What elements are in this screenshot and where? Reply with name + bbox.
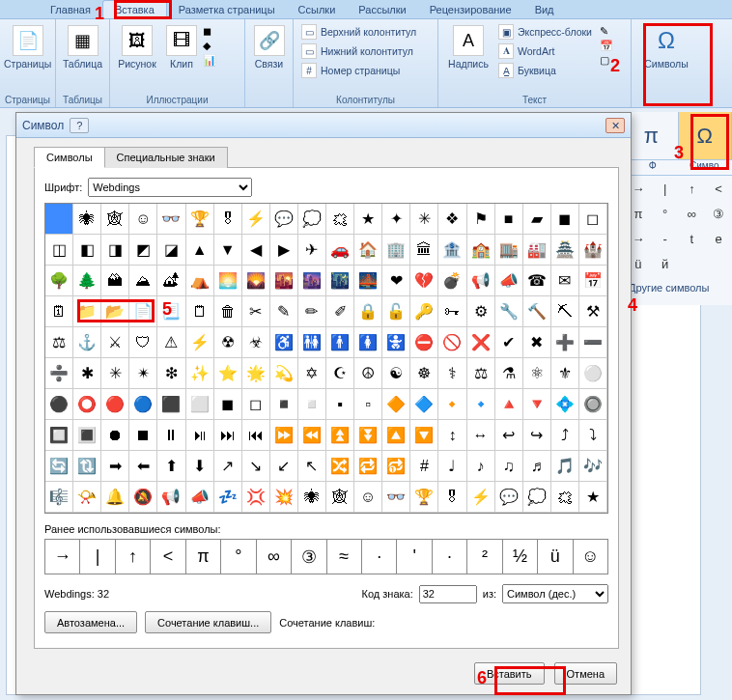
mini-sym[interactable]: е bbox=[705, 226, 732, 251]
symbol-cell[interactable]: ⏭ bbox=[214, 420, 242, 451]
symbol-cell[interactable]: ⚗ bbox=[495, 358, 523, 389]
symbol-cell[interactable]: 🎖 bbox=[438, 482, 466, 513]
symbol-cell[interactable]: 🔁 bbox=[354, 451, 382, 482]
symbol-cell[interactable]: ✎ bbox=[270, 296, 298, 327]
tab-mailings[interactable]: Рассылки bbox=[347, 1, 417, 18]
recent-symbol[interactable]: ° bbox=[221, 540, 256, 574]
symbol-cell[interactable]: ⏹ bbox=[129, 420, 157, 451]
symbol-cell[interactable]: ❌ bbox=[467, 327, 495, 358]
symbol-cell[interactable]: ➗ bbox=[45, 358, 73, 389]
symbol-cell[interactable]: ⏮ bbox=[242, 420, 270, 451]
symbol-cell[interactable]: ◻ bbox=[579, 204, 607, 235]
more-symbols-link[interactable]: Другие символы bbox=[625, 276, 732, 299]
clip-button[interactable]: 🎞 Клип bbox=[160, 21, 203, 70]
symbol-cell[interactable]: ✨ bbox=[186, 358, 214, 389]
symbol-cell[interactable]: ■ bbox=[495, 204, 523, 235]
recent-symbol[interactable]: · bbox=[362, 540, 397, 574]
symbol-cell[interactable]: 🔶 bbox=[382, 389, 410, 420]
mini-sym[interactable]: - bbox=[652, 226, 679, 251]
symbol-cell[interactable]: ⏸ bbox=[157, 420, 185, 451]
symbol-cell[interactable]: ☢ bbox=[214, 327, 242, 358]
symbol-cell[interactable]: ✖ bbox=[523, 327, 551, 358]
symbol-cell[interactable]: 📅 bbox=[579, 266, 607, 296]
symbol-cell[interactable]: ⚓ bbox=[73, 327, 101, 358]
symbol-cell[interactable]: 🔸 bbox=[438, 389, 466, 420]
symbol-cell[interactable]: ✉ bbox=[551, 266, 579, 296]
symbol-cell[interactable]: 🔘 bbox=[579, 389, 607, 420]
symbol-cell[interactable]: 🔼 bbox=[382, 420, 410, 451]
symbol-cell[interactable]: 💫 bbox=[270, 358, 298, 389]
symbol-cell[interactable]: ☸ bbox=[410, 358, 438, 389]
symbol-cell[interactable]: ◫ bbox=[45, 235, 73, 266]
symbol-cell[interactable]: ♿ bbox=[270, 327, 298, 358]
symbol-cell[interactable]: 📄 bbox=[129, 296, 157, 327]
mini-sym[interactable]: ° bbox=[652, 201, 679, 226]
mini-sym[interactable] bbox=[679, 251, 706, 276]
omega-cell[interactable]: Ω bbox=[679, 112, 733, 159]
symbol-cell[interactable]: 🔄 bbox=[45, 451, 73, 482]
symbol-cell[interactable]: ⤴ bbox=[551, 420, 579, 451]
symbol-cell[interactable]: 💣 bbox=[438, 266, 466, 296]
tab-insert[interactable]: Вставка bbox=[102, 0, 167, 18]
symbol-cell[interactable]: ⬜ bbox=[186, 389, 214, 420]
symbol-cell[interactable]: ☮ bbox=[354, 358, 382, 389]
symbol-cell[interactable]: 📁 bbox=[73, 296, 101, 327]
symbol-cell[interactable]: ⏫ bbox=[326, 420, 354, 451]
symbol-cell[interactable]: 🔷 bbox=[410, 389, 438, 420]
symbol-cell[interactable]: ⛏ bbox=[551, 296, 579, 327]
symbol-cell[interactable]: ✳ bbox=[410, 204, 438, 235]
symbol-cell[interactable]: 🔵 bbox=[129, 389, 157, 420]
symbol-cell[interactable]: 🌃 bbox=[326, 266, 354, 296]
symbol-cell[interactable]: ❖ bbox=[438, 204, 466, 235]
symbol-cell[interactable]: ⏯ bbox=[186, 420, 214, 451]
symbol-cell[interactable]: ↩ bbox=[495, 420, 523, 451]
symbol-cell[interactable]: 🗯 bbox=[551, 482, 579, 513]
shapes-icon[interactable]: ◼ bbox=[203, 25, 216, 38]
symbol-cell[interactable]: 🗑 bbox=[214, 296, 242, 327]
symbol-cell[interactable]: ✱ bbox=[73, 358, 101, 389]
symbol-cell[interactable]: 💬 bbox=[495, 482, 523, 513]
symbol-cell[interactable]: ☺ bbox=[354, 482, 382, 513]
symbol-cell[interactable]: 🌉 bbox=[354, 266, 382, 296]
symbol-cell[interactable]: ✏ bbox=[298, 296, 326, 327]
symbol-cell[interactable]: ⚖ bbox=[467, 358, 495, 389]
symbol-cell[interactable]: ⚡ bbox=[186, 327, 214, 358]
symbol-cell[interactable]: ◻ bbox=[242, 389, 270, 420]
symbol-cell[interactable]: 🏛 bbox=[410, 235, 438, 266]
symbol-cell[interactable]: ➕ bbox=[551, 327, 579, 358]
symbol-cell[interactable]: 🔓 bbox=[382, 296, 410, 327]
symbol-cell[interactable]: ⚔ bbox=[101, 327, 129, 358]
symbol-cell[interactable]: ◼ bbox=[551, 204, 579, 235]
symbol-cell[interactable]: ⚕ bbox=[438, 358, 466, 389]
symbol-cell[interactable]: ✦ bbox=[382, 204, 410, 235]
symbol-cell[interactable]: 👓 bbox=[157, 204, 185, 235]
symbol-cell[interactable]: 🏢 bbox=[382, 235, 410, 266]
symbol-cell[interactable]: ⏬ bbox=[354, 420, 382, 451]
symbol-cell[interactable]: 🎵 bbox=[551, 451, 579, 482]
symbol-cell[interactable]: 🔃 bbox=[73, 451, 101, 482]
smartart-icon[interactable]: ◆ bbox=[203, 40, 216, 52]
symbol-cell[interactable]: 🕷 bbox=[73, 204, 101, 235]
symbol-cell[interactable]: 🏯 bbox=[551, 235, 579, 266]
picture-button[interactable]: 🖼 Рисунок bbox=[114, 21, 160, 70]
symbol-cell[interactable]: ◪ bbox=[157, 235, 185, 266]
symbol-cell[interactable]: 🌅 bbox=[214, 266, 242, 296]
recent-symbol[interactable]: π bbox=[186, 540, 221, 574]
sig-icon[interactable]: ✎ bbox=[600, 25, 613, 38]
symbol-cell[interactable]: ↖ bbox=[298, 451, 326, 482]
symbol-cell[interactable]: 🗓 bbox=[45, 296, 73, 327]
mini-sym[interactable]: ↑ bbox=[679, 176, 706, 201]
symbol-cell[interactable]: ➖ bbox=[579, 327, 607, 358]
symbol-cell[interactable]: ♫ bbox=[495, 451, 523, 482]
symbol-cell[interactable]: ⚡ bbox=[467, 482, 495, 513]
symbol-cell[interactable]: ▪ bbox=[326, 389, 354, 420]
symbol-cell[interactable]: 🎶 bbox=[579, 451, 607, 482]
symbol-cell[interactable]: 💭 bbox=[298, 204, 326, 235]
symbol-cell[interactable]: ❇ bbox=[157, 358, 185, 389]
symbol-cell[interactable]: # bbox=[410, 451, 438, 482]
symbol-cell[interactable]: 🌇 bbox=[270, 266, 298, 296]
symbol-cell[interactable]: ⬆ bbox=[157, 451, 185, 482]
symbol-cell[interactable]: ☎ bbox=[523, 266, 551, 296]
symbol-cell[interactable]: ⬛ bbox=[157, 389, 185, 420]
symbol-cell[interactable]: ↘ bbox=[242, 451, 270, 482]
